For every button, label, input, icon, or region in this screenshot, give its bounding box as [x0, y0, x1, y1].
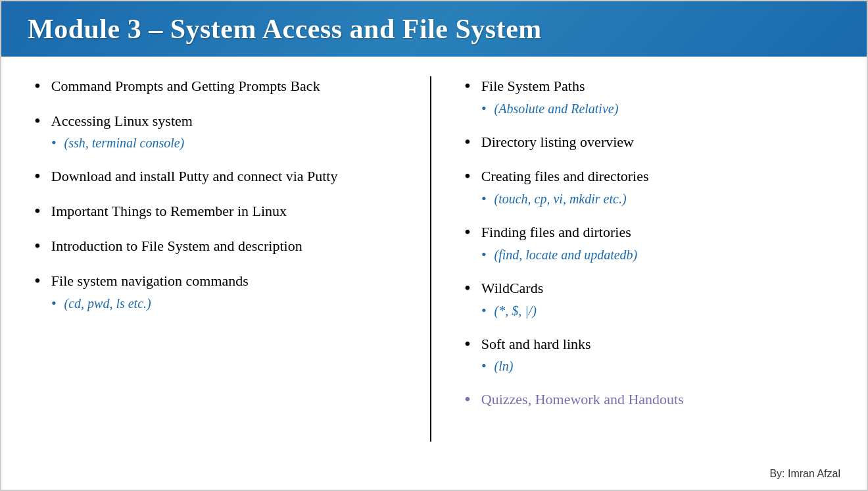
sub-list-item: (cd, pwd, ls etc.) [51, 295, 249, 313]
list-item-text: Introduction to File System and descript… [51, 236, 302, 256]
footer: By: Imran Afzal [1, 461, 867, 490]
list-item-text: Important Things to Remember in Linux [51, 201, 287, 221]
list-item: Introduction to File System and descript… [34, 236, 404, 257]
list-item: Command Prompts and Getting Prompts Back [34, 76, 404, 97]
sub-list-item: (touch, cp, vi, mkdir etc.) [481, 190, 649, 208]
slide-title: Module 3 – System Access and File System [28, 13, 542, 45]
sub-list-item: (*, $, |/) [481, 302, 543, 320]
list-item: File System Paths(Absolute and Relative) [464, 76, 834, 118]
list-item: Quizzes, Homework and Handouts [464, 390, 834, 410]
list-item: Creating files and directories(touch, cp… [464, 167, 834, 208]
sub-list: (*, $, |/) [481, 301, 543, 320]
list-item: Download and install Putty and connect v… [34, 167, 404, 187]
sub-list: (ln) [481, 356, 591, 375]
slide-header: Module 3 – System Access and File System [1, 1, 867, 57]
list-item: Important Things to Remember in Linux [34, 201, 404, 222]
list-item: Finding files and dirtories(find, locate… [464, 222, 834, 264]
list-item-text: Finding files and dirtories [481, 222, 637, 242]
sub-list: (ssh, terminal console) [51, 133, 193, 152]
list-item-text: File System Paths [481, 76, 619, 96]
sub-list: (Absolute and Relative) [481, 99, 619, 118]
list-item: Accessing Linux system(ssh, terminal con… [34, 111, 404, 153]
sub-list: (cd, pwd, ls etc.) [51, 294, 249, 313]
sub-list-item: (ln) [481, 357, 591, 375]
list-item-text: Directory listing overview [481, 132, 634, 152]
list-item-text: WildCards [481, 278, 543, 298]
sub-list-item: (find, locate and updatedb) [481, 246, 637, 264]
list-item: WildCards(*, $, |/) [464, 278, 834, 320]
credit-text: By: Imran Afzal [769, 468, 840, 480]
list-item-text: Creating files and directories [481, 167, 649, 186]
slide-content: Command Prompts and Getting Prompts Back… [1, 57, 867, 461]
list-item-text: Quizzes, Homework and Handouts [481, 390, 684, 409]
list-item: File system navigation commands(cd, pwd,… [34, 271, 404, 313]
sub-list-item: (Absolute and Relative) [481, 100, 619, 118]
right-column: File System Paths(Absolute and Relative)… [431, 76, 834, 442]
left-column: Command Prompts and Getting Prompts Back… [34, 76, 431, 442]
right-list: File System Paths(Absolute and Relative)… [464, 76, 834, 410]
list-item: Soft and hard links(ln) [464, 334, 834, 376]
list-item-text: Soft and hard links [481, 334, 591, 354]
list-item-text: Command Prompts and Getting Prompts Back [51, 76, 320, 96]
list-item-text: Accessing Linux system [51, 111, 193, 131]
sub-list: (touch, cp, vi, mkdir etc.) [481, 189, 649, 208]
list-item-text: Download and install Putty and connect v… [51, 167, 338, 186]
list-item: Directory listing overview [464, 132, 834, 153]
list-item-text: File system navigation commands [51, 271, 249, 291]
sub-list: (find, locate and updatedb) [481, 245, 637, 264]
slide: Module 3 – System Access and File System… [0, 0, 868, 491]
sub-list-item: (ssh, terminal console) [51, 134, 193, 152]
left-list: Command Prompts and Getting Prompts Back… [34, 76, 404, 313]
